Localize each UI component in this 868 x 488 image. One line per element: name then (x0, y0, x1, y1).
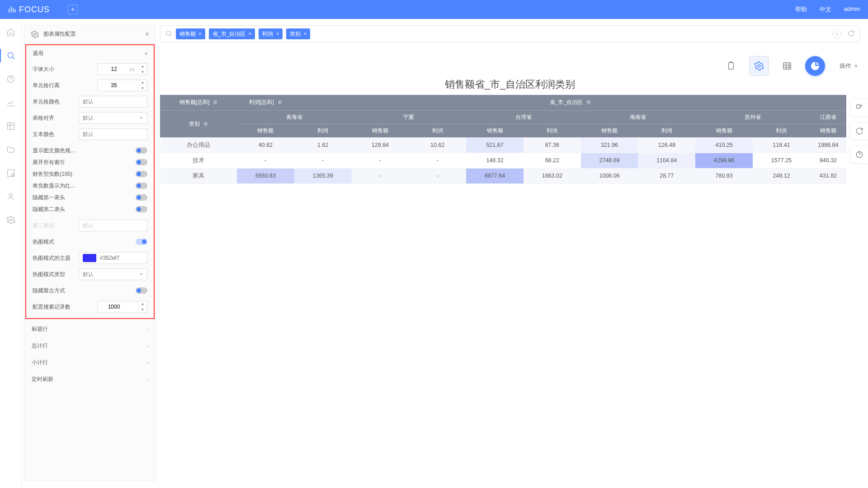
nav-home[interactable] (6, 27, 16, 37)
user-link[interactable]: admin (844, 5, 860, 14)
toggle-switch[interactable] (136, 159, 147, 165)
province-header[interactable]: 江西省 (810, 110, 846, 124)
font-size-input[interactable]: px ▲▼ (98, 63, 147, 75)
data-cell: 28.77 (638, 168, 695, 183)
province-header[interactable]: 青海省 (237, 110, 352, 124)
chip-label: 利润 (262, 30, 273, 38)
nav-user[interactable] (6, 192, 16, 202)
lang-link[interactable]: 中文 (820, 5, 831, 14)
heatmap-theme-label: 热图模式的主题 (33, 254, 75, 262)
search-chip[interactable]: 销售额× (176, 28, 205, 39)
heatmap-toggle[interactable] (136, 239, 147, 245)
nav-grid[interactable] (6, 121, 16, 131)
help-link[interactable]: 帮助 (795, 5, 807, 14)
toggle-label: 显示图文颜色规... (33, 147, 75, 155)
chip-label: 销售额 (179, 30, 196, 38)
nav-settings[interactable] (6, 215, 16, 225)
stepper-up-icon[interactable]: ▲ (138, 80, 147, 86)
metric-profit-header[interactable]: 利润[总和]⚙ (237, 95, 294, 110)
section-header[interactable]: 标题行› (25, 321, 155, 337)
section-header[interactable]: 定时刷新› (25, 371, 155, 387)
gear-icon[interactable]: ⚙ (203, 121, 208, 127)
cell-color-input[interactable]: 默认 (79, 96, 147, 108)
refresh-icon[interactable] (848, 30, 855, 38)
data-cell: 1986.84 (810, 137, 846, 153)
section-header[interactable]: 小计行› (25, 355, 155, 370)
heatmap-theme-input[interactable]: #352ef7 (79, 252, 147, 264)
text-color-input[interactable]: 默认 (79, 128, 147, 140)
row-height-input[interactable]: ▲▼ (98, 80, 147, 91)
metric-sales-header[interactable]: 销售额[总和]⚙ (160, 95, 237, 110)
chip-remove-icon[interactable]: × (248, 31, 251, 37)
stepper-down-icon[interactable]: ▼ (138, 307, 147, 313)
search-chip[interactable]: 类别× (286, 28, 310, 39)
toggle-switch[interactable] (136, 147, 147, 154)
svg-point-7 (34, 33, 36, 35)
clipboard-button[interactable] (721, 56, 741, 76)
toggle-switch[interactable] (136, 206, 147, 212)
chip-label: 类别 (290, 30, 301, 38)
records-field[interactable] (98, 304, 130, 310)
svg-point-10 (758, 65, 760, 67)
clear-search-button[interactable]: × (832, 29, 841, 38)
view-tools: 操作▼ (721, 56, 858, 76)
table-row: 家具5650.831365.39--6977.641663.021008.062… (160, 168, 846, 183)
search-chip[interactable]: 省_市_自治区× (209, 28, 255, 39)
svg-point-6 (9, 219, 12, 221)
province-header[interactable]: 宁夏 (352, 110, 467, 124)
toggle-switch[interactable] (136, 194, 147, 201)
province-header[interactable]: 贵州省 (695, 110, 810, 124)
chip-remove-icon[interactable]: × (276, 31, 279, 37)
svg-rect-3 (7, 170, 14, 177)
stepper-up-icon[interactable]: ▲ (138, 64, 147, 70)
text-color-label: 文本颜色 (33, 131, 75, 138)
row-name-cell: 技术 (160, 153, 237, 168)
svg-point-8 (166, 31, 170, 35)
heatmap-type-select[interactable]: 默认▼ (79, 268, 147, 280)
measure-profit-header: 利润 (753, 124, 810, 137)
toggle-switch[interactable] (136, 183, 147, 189)
gear-icon[interactable]: ⚙ (278, 99, 282, 105)
align-select[interactable]: 默认▼ (79, 112, 147, 124)
category-header[interactable]: 类别⚙ (160, 110, 237, 137)
nav-config[interactable] (6, 168, 16, 178)
svg-rect-2 (7, 123, 14, 130)
export-tab[interactable] (850, 99, 868, 117)
panel-close-icon[interactable]: × (145, 30, 149, 38)
help-tab[interactable] (850, 145, 868, 164)
gear-icon[interactable]: ⚙ (586, 99, 591, 105)
stepper-down-icon[interactable]: ▼ (138, 70, 147, 75)
province-header[interactable]: 海南省 (581, 110, 696, 124)
search-icon[interactable] (165, 30, 172, 38)
data-cell: 249.12 (753, 168, 810, 183)
nav-folder[interactable] (6, 145, 16, 155)
new-tab-button[interactable]: ＋ (68, 5, 78, 14)
font-size-field[interactable] (98, 66, 130, 72)
nav-search[interactable] (6, 51, 16, 61)
section-generic-header[interactable]: 通用 ▾ (26, 45, 154, 61)
chip-remove-icon[interactable]: × (198, 31, 202, 37)
row-height-field[interactable] (98, 82, 130, 89)
gear-icon[interactable]: ⚙ (213, 99, 217, 105)
chart-view-button[interactable] (805, 56, 825, 76)
table-view-button[interactable] (777, 56, 797, 76)
settings-button[interactable] (749, 56, 769, 76)
data-cell: 6977.64 (466, 168, 524, 183)
chip-remove-icon[interactable]: × (303, 31, 307, 37)
stepper-down-icon[interactable]: ▼ (138, 86, 147, 91)
hide-agg-toggle[interactable] (136, 287, 147, 294)
data-cell: 87.36 (524, 137, 581, 153)
operations-dropdown[interactable]: 操作▼ (840, 62, 858, 70)
search-chip[interactable]: 利润× (259, 28, 283, 39)
nav-chart[interactable] (6, 98, 16, 108)
toggle-switch[interactable] (136, 171, 147, 177)
data-cell: 940.32 (810, 153, 846, 168)
nav-help[interactable] (6, 74, 16, 84)
province-header[interactable]: 台湾省 (466, 110, 581, 124)
refresh-tab[interactable] (850, 122, 868, 140)
section-header[interactable]: 总计行› (25, 338, 155, 353)
dim-province-header[interactable]: 省_市_自治区⚙ (294, 95, 846, 110)
stepper-up-icon[interactable]: ▲ (138, 301, 147, 307)
data-cell: 5650.83 (237, 168, 294, 183)
records-input[interactable]: ▲▼ (98, 301, 147, 313)
